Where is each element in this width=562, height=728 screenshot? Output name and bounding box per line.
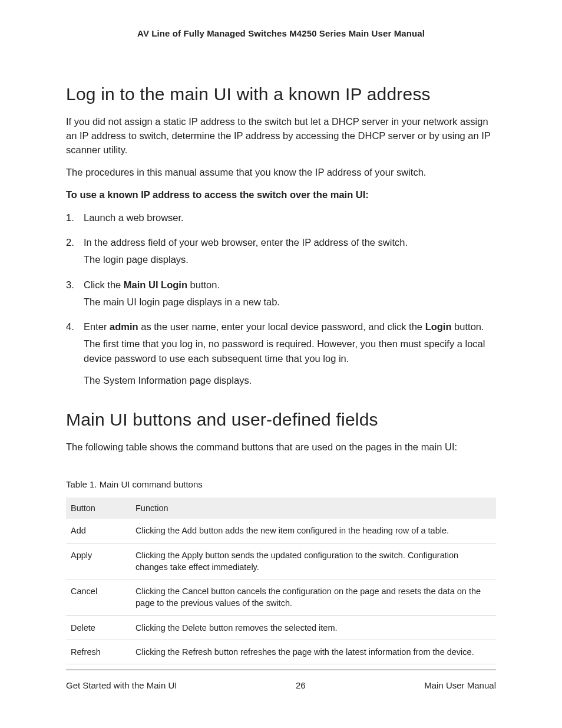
step-text: In the address field of your web browser… (84, 235, 496, 250)
cell-button: Apply (66, 543, 131, 579)
paragraph: The following table shows the command bu… (66, 440, 496, 454)
step-text: Click the Main UI Login button. (84, 278, 496, 292)
text: button. (452, 321, 484, 332)
text: as the user name, enter your local devic… (138, 321, 425, 332)
table-row: Apply Clicking the Apply button sends th… (66, 543, 496, 579)
text: button. (187, 279, 220, 290)
step-text: Launch a web browser. (84, 210, 496, 225)
table-row: Delete Clicking the Delete button remove… (66, 615, 496, 640)
procedure-lead: To use a known IP address to access the … (66, 188, 496, 202)
bold-text: Main UI Login (124, 279, 187, 290)
step-4: Enter admin as the user name, enter your… (66, 319, 496, 387)
command-buttons-table: Button Function Add Clicking the Add but… (66, 498, 496, 664)
cell-button: Refresh (66, 640, 131, 664)
cell-button: Cancel (66, 579, 131, 616)
column-header-button: Button (66, 498, 131, 519)
step-result: The System Information page displays. (84, 373, 496, 388)
step-result: The login page displays. (84, 252, 496, 267)
bold-text: Login (425, 321, 452, 332)
step-3: Click the Main UI Login button. The main… (66, 278, 496, 309)
paragraph: The procedures in this manual assume tha… (66, 166, 496, 180)
table-row: Add Clicking the Add button adds the new… (66, 519, 496, 543)
table-caption: Table 1. Main UI command buttons (66, 479, 496, 489)
column-header-function: Function (131, 498, 496, 519)
bold-text: admin (110, 321, 138, 332)
cell-button: Add (66, 519, 131, 543)
footer-right: Main User Manual (424, 680, 496, 690)
page-number: 26 (296, 680, 306, 690)
step-result: The main UI login page displays in a new… (84, 295, 496, 309)
cell-function: Clicking the Apply button sends the upda… (131, 543, 496, 579)
section-title-login: Log in to the main UI with a known IP ad… (66, 84, 496, 104)
cell-button: Delete (66, 615, 131, 640)
cell-function: Clicking the Refresh button refreshes th… (131, 640, 496, 664)
cell-function: Clicking the Delete button removes the s… (131, 615, 496, 640)
procedure-steps: Launch a web browser. In the address fie… (66, 210, 496, 388)
step-note: The first time that you log in, no passw… (84, 337, 496, 366)
cell-function: Clicking the Cancel button cancels the c… (131, 579, 496, 616)
step-2: In the address field of your web browser… (66, 235, 496, 267)
step-1: Launch a web browser. (66, 210, 496, 225)
page-footer: Get Started with the Main UI 26 Main Use… (66, 680, 496, 690)
document-header: AV Line of Fully Managed Switches M4250 … (66, 28, 496, 38)
text: Enter (84, 321, 110, 332)
table-row: Refresh Clicking the Refresh button refr… (66, 640, 496, 664)
table-header-row: Button Function (66, 498, 496, 519)
text: Click the (84, 279, 124, 290)
section-title-buttons: Main UI buttons and user-defined fields (66, 410, 496, 430)
table-row: Cancel Clicking the Cancel button cancel… (66, 579, 496, 616)
step-text: Enter admin as the user name, enter your… (84, 319, 496, 334)
cell-function: Clicking the Add button adds the new ite… (131, 519, 496, 543)
footer-left: Get Started with the Main UI (66, 680, 177, 690)
footer-divider (66, 670, 496, 670)
paragraph: If you did not assign a static IP addres… (66, 115, 496, 157)
